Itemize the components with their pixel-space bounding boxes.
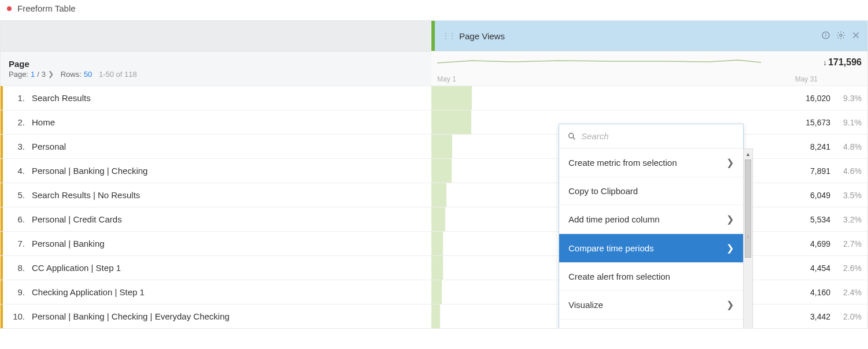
row-dimension-cell: 5.Search Results | No Results [1,183,431,207]
row-index: 3. [12,142,25,151]
row-percent: 3.5% [839,191,862,200]
metric-header-left-spacer [1,21,431,51]
row-value: 16,020 [806,94,830,103]
svg-point-6 [569,133,574,138]
context-menu-list: ▲ ▼ Create metric from selection❯Copy to… [559,148,743,329]
row-bar [431,86,472,110]
context-menu-item[interactable]: Compare time periods❯ [559,234,743,263]
search-icon [567,132,577,141]
context-menu-item[interactable]: Visualize❯ [559,291,743,320]
drag-handle-icon[interactable]: ⋮⋮ [442,31,455,40]
pagination-controls: Page: 1 / 3 ❯ Rows: 50 1-50 of 118 [9,70,423,79]
scrollbar[interactable]: ▲ ▼ [743,148,753,329]
row-name: Personal | Banking | Checking [32,166,147,176]
row-value: 15,673 [806,118,830,127]
row-dimension-cell: 1.Search Results [1,86,431,110]
page-label: Page: [9,70,28,79]
row-percent: 4.6% [839,166,862,176]
page-current[interactable]: 1 [31,70,35,79]
context-menu-item[interactable]: Add time period column❯ [559,205,743,234]
row-range: 1-50 of 118 [99,70,137,79]
row-index: 5. [12,190,25,200]
row-name: Search Results | No Results [32,190,140,200]
sort-descending-icon: ↓ [823,58,827,67]
rows-value[interactable]: 50 [84,70,92,79]
menu-item-label: Create alert from selection [568,272,670,281]
row-percent: 9.1% [839,118,862,127]
row-value: 5,534 [810,215,830,224]
metric-total[interactable]: ↓ 171,596 [823,57,862,68]
date-start: May 1 [437,75,456,83]
row-percent: 2.7% [839,239,862,248]
gear-icon[interactable] [836,31,845,42]
row-bar [431,256,443,280]
row-name: CC Application | Step 1 [32,263,121,273]
page-sep: / [37,70,39,79]
svg-line-7 [573,138,575,139]
dimension-header-left: Page Page: 1 / 3 ❯ Rows: 50 1-50 of 118 [1,51,431,86]
context-menu-item[interactable]: Download as CSV [559,320,743,329]
sparkline [437,55,761,68]
context-menu-search-input[interactable] [581,131,735,141]
context-menu-item[interactable]: Create alert from selection [559,263,743,291]
context-menu-item[interactable]: Copy to Clipboard [559,177,743,205]
row-name: Personal | Banking [32,239,105,248]
row-percent: 2.4% [839,288,862,297]
row-name: Personal | Credit Cards [32,214,122,224]
chevron-right-icon: ❯ [726,214,734,225]
row-index: 10. [12,311,25,321]
context-menu: ▲ ▼ Create metric from selection❯Copy to… [559,124,744,329]
row-percent: 3.2% [839,215,862,224]
metric-header-row: ⋮⋮ Page Views [1,21,867,51]
menu-item-label: Add time period column [568,214,660,224]
row-bar [431,305,440,328]
row-percent: 9.3% [839,94,862,103]
row-value: 8,241 [810,142,830,151]
scroll-up-icon[interactable]: ▲ [744,149,752,159]
row-index: 7. [12,239,25,248]
info-icon[interactable] [821,31,830,42]
menu-item-label: Download as CSV [568,328,639,329]
row-dimension-cell: 3.Personal [1,135,431,158]
row-percent: 2.6% [839,263,862,273]
row-percent: 2.0% [839,312,862,321]
row-percent: 4.8% [839,142,862,151]
chevron-right-icon[interactable]: ❯ [48,70,54,78]
chevron-right-icon: ❯ [726,243,734,254]
context-menu-search [559,124,743,148]
metric-summary-cell: May 1 May 31 ↓ 171,596 [431,51,867,86]
freeform-table: ⋮⋮ Page Views Page Page: 1 / 3 ❯ Rows: 5… [0,20,868,329]
scrollbar-thumb[interactable] [745,159,751,258]
row-dimension-cell: 6.Personal | Credit Cards [1,207,431,231]
chevron-right-icon: ❯ [726,299,734,310]
row-dimension-cell: 10.Personal | Banking | Checking | Every… [1,305,431,328]
row-bar [431,159,452,183]
row-bar [431,207,445,231]
metric-name: Page Views [459,31,821,41]
menu-item-label: Visualize [568,300,603,310]
dimension-header-row: Page Page: 1 / 3 ❯ Rows: 50 1-50 of 118 … [1,51,867,86]
context-menu-item[interactable]: Create metric from selection❯ [559,148,743,177]
dimension-name: Page [9,59,423,69]
row-index: 9. [12,287,25,297]
visualization-dot [7,6,12,11]
page-total: 3 [42,70,46,79]
row-index: 4. [12,166,25,176]
close-icon[interactable] [851,31,860,42]
metric-header-page-views[interactable]: ⋮⋮ Page Views [431,21,867,51]
row-dimension-cell: 4.Personal | Banking | Checking [1,159,431,183]
row-name: Checking Application | Step 1 [32,287,145,297]
svg-point-2 [826,34,826,34]
row-value: 4,699 [810,239,830,248]
svg-point-3 [840,34,842,36]
row-dimension-cell: 7.Personal | Banking [1,232,431,255]
row-bar [431,232,443,255]
menu-item-label: Copy to Clipboard [568,186,638,196]
row-dimension-cell: 8.CC Application | Step 1 [1,256,431,280]
panel-title-row: Freeform Table [0,0,868,20]
row-value: 7,891 [810,166,830,176]
row-name: Search Results [32,93,91,103]
metric-header-icons [821,31,860,42]
table-row[interactable]: 1.Search Results16,0209.3% [1,86,867,110]
panel-title[interactable]: Freeform Table [17,3,76,13]
